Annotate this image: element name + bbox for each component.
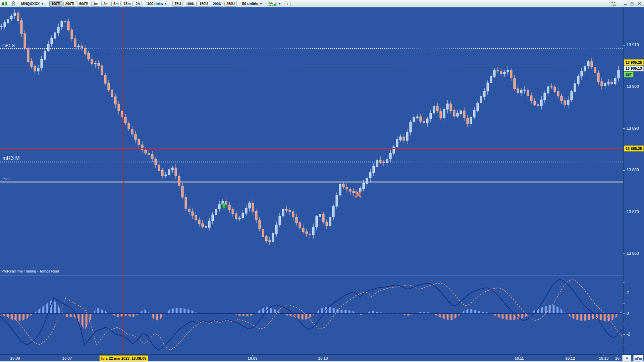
last-price-badge: 13 905,13 (624, 65, 644, 71)
refresh-icon[interactable] (610, 1, 616, 7)
toolbar-separator (266, 1, 266, 7)
level-label-mr3-m: mR3 M (2, 155, 20, 161)
dots-icon (635, 358, 642, 360)
timeframe-button-1m[interactable]: 1m (91, 1, 100, 7)
timeframe-button-15m[interactable]: 15m (122, 1, 133, 7)
crosshair-price-badge: 13 885,25 (624, 145, 644, 152)
unit-button-200U[interactable]: 200U (211, 1, 223, 7)
toolbar-separator (170, 1, 171, 7)
toolbar-separator (144, 1, 144, 7)
timeframe-button-group: 100Ti200Ti500Ti1m2m5m15m2h (49, 1, 142, 7)
instrument-label: MNQXXXX (21, 2, 40, 6)
tick-count-badge: 28T (624, 71, 634, 77)
time-axis-tick: 16:09 (248, 356, 258, 360)
toolbar-separator (620, 1, 620, 7)
chart-canvas[interactable] (0, 0, 644, 362)
timeframe-button-2m[interactable]: 2m (101, 1, 110, 7)
units-dropdown-label: 50 unités (242, 2, 258, 6)
crosshair-date-badge: lun. 22 mai 2023, 16:08:06 (100, 355, 148, 361)
price-axis-tick: 13 870 (627, 209, 639, 214)
ticks-dropdown-label: 100 ticks (147, 2, 163, 6)
toolbar-separator (17, 1, 18, 7)
time-axis-tick: 16:13 (599, 356, 609, 360)
chevron-down-icon: ▼ (41, 2, 44, 5)
price-axis-tick: 13 880 (627, 168, 639, 172)
time-axis-tick: 16:11 (515, 356, 524, 360)
window-controls (610, 1, 643, 7)
timeframe-button-100Ti[interactable]: 100Ti (49, 1, 62, 7)
chevron-down-icon: ▼ (278, 2, 281, 5)
chart-style-icon[interactable] (268, 1, 277, 7)
chevron-down-icon: ▼ (260, 2, 263, 5)
level-label-piv-j: Piv J (2, 177, 10, 181)
level-label-mr1-s: mR1 S (2, 43, 15, 48)
units-dropdown[interactable]: 50 unités ▼ (240, 1, 264, 7)
indicator-axis-tick: 2 (627, 290, 629, 295)
price-axis-tick: 13 910 (627, 43, 639, 47)
scroll-right-button[interactable]: » (622, 355, 631, 361)
toolbar-separator (47, 1, 48, 7)
price-axis-tick: 13 900 (627, 84, 639, 89)
minimize-button[interactable] (624, 1, 628, 7)
expand-up-icon (637, 357, 640, 358)
link-icon[interactable] (11, 1, 16, 7)
indicator-axis-tick: -2 (627, 332, 630, 337)
timeframe-button-2h[interactable]: 2h (134, 1, 142, 7)
timeframe-button-5m[interactable]: 5m (111, 1, 120, 7)
unit-button-250U[interactable]: 250U (224, 1, 237, 7)
time-axis-tick: 16:07 (62, 356, 72, 360)
price-axis-tick: 13 860 (627, 251, 639, 256)
toolbar: MNQXXXX ▼ 100Ti200Ti500Ti1m2m5m15m2h 100… (0, 0, 644, 7)
toolbar-separator (283, 1, 283, 7)
time-axis-tick: 16:10 (318, 356, 328, 360)
ticks-dropdown[interactable]: 100 ticks ▼ (146, 1, 169, 7)
unit-button-group: 75U100U150U200U250U (172, 1, 237, 7)
candlestick-style-icon[interactable] (1, 1, 7, 7)
restore-button[interactable] (630, 1, 635, 7)
unit-button-75U[interactable]: 75U (172, 1, 183, 7)
close-button[interactable] (637, 1, 641, 7)
time-axis-tick: 16:06 (10, 356, 20, 360)
instrument-dropdown[interactable]: MNQXXXX ▼ (19, 1, 46, 7)
indicator-axis-tick: 0 (627, 311, 629, 316)
info-button[interactable]: i (285, 1, 290, 6)
toolbar-separator (238, 1, 239, 7)
watermark: ProRealTime Trading - Temps Réel (1, 269, 59, 273)
timeframe-button-200Ti[interactable]: 200Ti (63, 1, 76, 7)
time-axis-tick: 16:12 (566, 356, 575, 360)
timeframe-button-500Ti[interactable]: 500Ti (77, 1, 90, 7)
time-axis-tick: 16: (615, 356, 621, 360)
chevron-down-icon: ▼ (164, 2, 167, 5)
unit-button-150U[interactable]: 150U (198, 1, 210, 7)
chart-style-dropdown[interactable]: ▼ (278, 1, 281, 7)
app-window: MNQXXXX ▼ 100Ti200Ti500Ti1m2m5m15m2h 100… (0, 0, 644, 362)
panel-expander-widget[interactable] (633, 355, 643, 361)
price-axis-tick: 13 890 (627, 126, 639, 131)
price-level-badge: 13 905,25 (624, 59, 644, 65)
toolbar-separator (9, 1, 9, 7)
unit-button-100U[interactable]: 100U (184, 1, 196, 7)
